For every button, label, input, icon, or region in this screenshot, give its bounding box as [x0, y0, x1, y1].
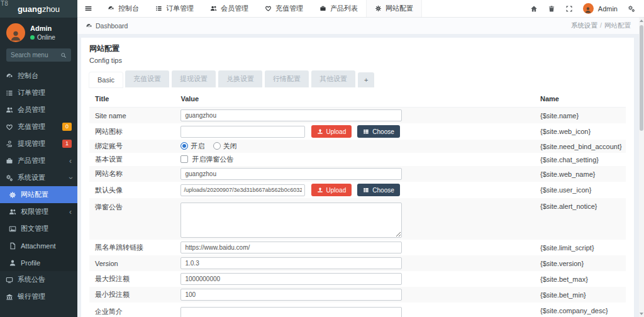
web-icon-input[interactable]	[180, 126, 305, 138]
chevron-left-icon: ‹	[69, 208, 72, 216]
sidebar-item-orders[interactable]: 订单管理	[0, 84, 77, 101]
table-row: 最小投注额 {$site.bet_min}	[89, 287, 626, 303]
user-menu[interactable]: Admin	[583, 3, 618, 14]
upload-button[interactable]: Upload	[311, 125, 352, 138]
row-title: 默认头像	[89, 182, 175, 198]
sidebar-item-products[interactable]: 产品管理‹	[0, 152, 77, 169]
sidebar-item-members[interactable]: 会员管理	[0, 101, 77, 118]
popup-notice-checkbox[interactable]	[180, 155, 188, 163]
alert-notice-textarea[interactable]	[180, 203, 402, 238]
sidebar-item-label: 产品管理	[18, 156, 45, 165]
sidebar-item-recharge[interactable]: 充值管理0	[0, 118, 77, 135]
breadcrumb-parent[interactable]: 系统设置	[571, 21, 597, 29]
trash-icon[interactable]	[548, 5, 555, 13]
app-logo[interactable]: guangzhou	[0, 0, 77, 18]
avatar	[6, 23, 25, 42]
breadcrumb[interactable]: Dashboard	[86, 22, 128, 30]
table-row: 基本设置 开启弹窗公告 {$site.chat_setting}	[89, 153, 626, 166]
bet-min-input[interactable]	[180, 289, 402, 301]
limit-script-input[interactable]	[180, 242, 402, 253]
home-icon	[86, 23, 92, 30]
sidebar-item-banks[interactable]: 银行管理	[0, 288, 77, 305]
sidebar-search[interactable]	[6, 48, 71, 62]
company-desc-textarea[interactable]	[180, 307, 402, 317]
sidebar-item-label: 充值管理	[18, 122, 45, 131]
home-icon[interactable]	[530, 5, 538, 13]
upload-icon	[317, 128, 323, 135]
bank-icon	[6, 293, 13, 301]
withdraw-badge: 1	[62, 140, 72, 148]
vertical-scrollbar[interactable]	[639, 18, 644, 317]
nav-tab-site-config[interactable]: 网站配置	[366, 0, 422, 17]
settings-icon	[6, 174, 13, 182]
col-header-title: Title	[89, 91, 175, 108]
search-icon[interactable]	[60, 52, 67, 58]
sidebar-item-withdraw[interactable]: 提现管理1	[0, 135, 77, 152]
nav-tab-dashboard[interactable]: 控制台	[99, 0, 147, 17]
sidebar-user-status: Online	[37, 34, 55, 41]
avatar	[583, 3, 594, 14]
settings-gears-icon[interactable]	[628, 5, 635, 13]
withdraw-icon	[6, 140, 13, 148]
user-icon-input[interactable]	[180, 184, 305, 196]
sidebar-item-attachment[interactable]: Attachment	[0, 237, 77, 254]
sidebar-item-label: 银行管理	[18, 292, 45, 301]
page-subtitle: Config tips	[89, 57, 626, 64]
row-title: 绑定账号	[89, 140, 175, 153]
web-name-input[interactable]	[180, 168, 402, 180]
nav-tab-recharge[interactable]: 充值管理	[257, 0, 311, 17]
tab-withdraw-settings[interactable]: 提现设置	[172, 70, 216, 87]
radio-off[interactable]	[213, 142, 221, 150]
site-name-input[interactable]	[180, 109, 402, 121]
nav-tab-products[interactable]: 产品列表	[311, 0, 366, 17]
nav-tab-orders[interactable]: 订单管理	[147, 0, 202, 17]
breadcrumb-trail: 系统设置/网站配置	[571, 21, 631, 30]
choose-button[interactable]: Choose	[357, 184, 399, 196]
row-title: 企业简介	[89, 303, 175, 317]
table-row: 网站名称 {$site.web_name}	[89, 166, 626, 182]
row-name: {$site.bet_min}	[535, 287, 626, 303]
sidebar-item-site-config[interactable]: 网站配置	[0, 186, 77, 203]
scroll-up-arrow-icon[interactable]	[640, 19, 643, 22]
upload-button[interactable]: Upload	[311, 184, 352, 196]
bet-max-input[interactable]	[180, 273, 402, 285]
sidebar-item-label: Attachment	[21, 242, 56, 250]
sidebar-toggle-icon[interactable]	[77, 0, 99, 17]
tab-recharge-settings[interactable]: 充值设置	[125, 70, 169, 87]
sidebar-user-name: Admin	[30, 25, 55, 32]
dashboard-icon	[108, 5, 114, 12]
breadcrumb-separator: /	[600, 21, 602, 29]
radio-on[interactable]	[180, 142, 188, 150]
tab-basic[interactable]: Basic	[89, 72, 123, 87]
sidebar-item-label: 网站配置	[21, 190, 48, 199]
page-title: 网站配置	[89, 43, 626, 54]
tab-other-settings[interactable]: 其他设置	[311, 70, 355, 87]
scrollbar-thumb[interactable]	[640, 25, 643, 131]
table-row: 绑定账号 开启 关闭 {$site.need_bind_account}	[89, 140, 626, 153]
sidebar-item-profile[interactable]: Profile	[0, 254, 77, 271]
tab-exchange-settings[interactable]: 兑换设置	[218, 70, 262, 87]
upload-icon	[317, 187, 323, 193]
sidebar-item-media[interactable]: 图文管理	[0, 220, 77, 237]
version-input[interactable]	[180, 257, 402, 269]
breadcrumb-bar: Dashboard 系统设置/网站配置	[77, 18, 639, 34]
search-input[interactable]	[11, 52, 60, 58]
row-title: 弹窗公告	[89, 198, 175, 240]
sidebar-item-permissions[interactable]: 权限管理‹	[0, 203, 77, 220]
tab-market-settings[interactable]: 行情配置	[265, 70, 309, 87]
sidebar-item-label: 权限管理	[21, 207, 48, 216]
fullscreen-icon[interactable]	[565, 5, 573, 13]
sidebar-item-system-settings[interactable]: 系统设置‹	[0, 169, 77, 186]
sidebar-menu: 控制台 订单管理 会员管理 充值管理0 提现管理1 产品管理‹ 系统设置‹ 网站…	[0, 67, 77, 305]
sidebar-item-announcements[interactable]: 系统公告	[0, 271, 77, 288]
scroll-down-arrow-icon[interactable]	[640, 313, 643, 315]
person-icon	[9, 30, 22, 42]
sidebar-item-dashboard[interactable]: 控制台	[0, 67, 77, 84]
col-header-value: Value	[175, 91, 535, 108]
nav-tab-members[interactable]: 会员管理	[202, 0, 257, 17]
nav-tab-label: 会员管理	[221, 4, 248, 13]
row-name: {$site.user_icon}	[535, 182, 626, 198]
breadcrumb-home[interactable]: Dashboard	[96, 22, 128, 30]
tab-add-button[interactable]: +	[358, 72, 374, 87]
choose-button[interactable]: Choose	[357, 125, 399, 138]
